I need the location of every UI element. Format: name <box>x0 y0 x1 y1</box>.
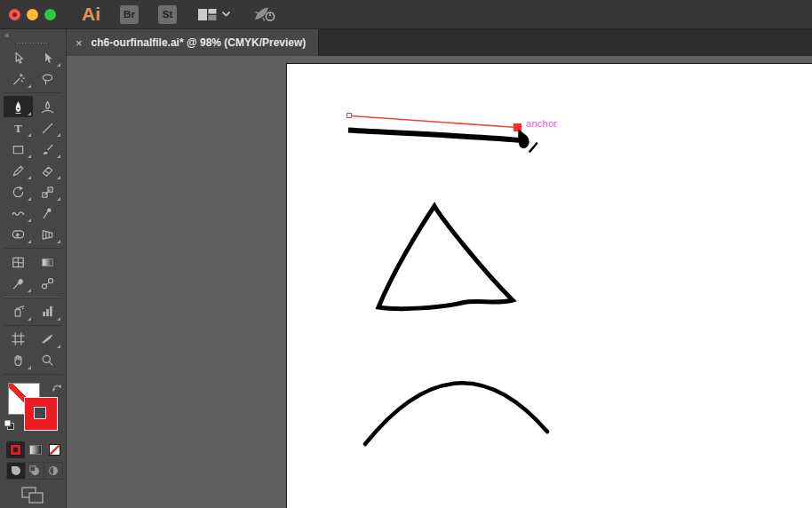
rectangle-tool-icon <box>11 142 26 157</box>
tool-selection[interactable] <box>4 47 33 68</box>
shape-builder-tool-icon <box>11 227 26 242</box>
gpu-rocket-icon <box>253 5 276 23</box>
tool-line-segment[interactable] <box>33 117 62 139</box>
tool-hand[interactable] <box>4 350 33 371</box>
stock-button[interactable]: St <box>158 5 177 24</box>
workspace-switcher-button[interactable] <box>198 8 230 21</box>
tool-shape-builder[interactable] <box>4 224 33 245</box>
tools-panel: « T <box>0 29 67 508</box>
tool-mesh[interactable] <box>4 251 33 273</box>
none-button[interactable] <box>45 441 64 458</box>
magic-wand-tool-icon <box>11 72 26 87</box>
tool-zoom[interactable] <box>33 350 62 371</box>
end-anchor-point[interactable] <box>513 123 521 131</box>
draw-behind-icon <box>29 465 40 476</box>
width-tool-icon <box>11 206 26 221</box>
zoom-window-button[interactable] <box>44 9 56 20</box>
draw-inside-button[interactable] <box>44 463 62 479</box>
puppet-warp-tool-icon <box>40 206 55 221</box>
chevron-down-icon <box>222 12 230 17</box>
tool-perspective-grid[interactable] <box>33 224 62 245</box>
curvature-tool-icon <box>40 99 55 115</box>
tool-eyedropper[interactable] <box>4 273 33 294</box>
paint-style-buttons <box>6 441 66 458</box>
tool-curvature[interactable] <box>33 96 62 117</box>
column-graph-tool-icon <box>40 304 55 319</box>
toolbar-divider <box>4 92 62 93</box>
drawing-mode-buttons <box>6 462 63 480</box>
tool-width[interactable] <box>4 202 33 224</box>
tool-direct-selection[interactable] <box>33 47 62 68</box>
tool-eraser[interactable] <box>33 160 62 181</box>
pencil-tool-icon <box>11 163 26 179</box>
symbol-sprayer-tool-icon <box>11 304 26 319</box>
tool-rotate[interactable] <box>4 181 33 202</box>
tool-blend[interactable] <box>33 273 62 294</box>
gradient-button[interactable] <box>26 441 44 458</box>
tab-close-icon[interactable]: × <box>76 37 83 49</box>
swap-fill-stroke-button[interactable] <box>52 381 63 397</box>
color-button[interactable] <box>6 441 25 458</box>
illustrator-logo: Ai <box>82 4 100 25</box>
gradient-swatch-icon <box>29 445 42 455</box>
toolbar-divider <box>4 374 62 375</box>
panel-grip-handle[interactable] <box>17 43 49 44</box>
svg-text:T: T <box>14 121 22 134</box>
stroke-swatch-red[interactable] <box>24 397 58 431</box>
change-screen-mode-button[interactable] <box>21 487 44 508</box>
hand-tool-icon <box>11 353 26 368</box>
default-swatches-icon <box>4 419 15 431</box>
tool-slice[interactable] <box>33 329 62 350</box>
default-fill-stroke-button[interactable] <box>4 418 15 434</box>
toolbar-divider <box>4 297 62 298</box>
swap-arrows-icon <box>52 382 63 393</box>
perspective-grid-tool-icon <box>40 227 55 242</box>
tool-column-graph[interactable] <box>33 301 62 322</box>
toolbar-divider <box>4 325 62 326</box>
tool-magic-wand[interactable] <box>4 68 33 90</box>
draw-normal-button[interactable] <box>7 463 26 479</box>
screen-mode-icon <box>21 487 44 504</box>
tool-artboard[interactable] <box>4 329 33 350</box>
tool-pencil[interactable] <box>4 160 33 181</box>
artboard-tool-icon <box>11 331 26 346</box>
minimize-window-button[interactable] <box>27 9 38 20</box>
tool-symbol-sprayer[interactable] <box>4 301 33 322</box>
close-window-button[interactable] <box>9 9 20 20</box>
tool-rectangle[interactable] <box>4 139 33 160</box>
bridge-button[interactable]: Br <box>120 5 139 24</box>
canvas-svg: anchor <box>67 56 812 508</box>
collapse-panel-button[interactable]: « <box>0 29 66 40</box>
canvas-area[interactable]: anchor <box>67 56 812 508</box>
draw-normal-icon <box>11 465 21 476</box>
document-tab[interactable]: × ch6-ourfinalfile.ai* @ 98% (CMYK/Previ… <box>67 29 319 56</box>
toolbar-divider <box>4 248 62 249</box>
tool-gradient[interactable] <box>33 251 62 273</box>
mesh-tool-icon <box>11 255 26 270</box>
draw-inside-icon <box>48 465 59 476</box>
document-tab-bar: × ch6-ourfinalfile.ai* @ 98% (CMYK/Previ… <box>67 29 812 56</box>
start-anchor-point[interactable] <box>347 114 352 118</box>
selection-tool-icon <box>11 51 26 66</box>
tool-type[interactable]: T <box>4 117 33 139</box>
gradient-tool-icon <box>40 255 55 270</box>
workspace-layout-icon <box>198 8 217 21</box>
illustrator-window: Ai Br St « <box>0 0 812 508</box>
lasso-tool-icon <box>40 72 55 87</box>
tool-lasso[interactable] <box>33 68 62 90</box>
tool-paintbrush[interactable] <box>33 139 62 160</box>
direct-selection-tool-icon <box>40 51 55 66</box>
gpu-performance-button[interactable] <box>253 5 276 23</box>
none-swatch-icon <box>49 444 60 456</box>
draw-behind-button[interactable] <box>26 463 44 479</box>
tool-scale[interactable] <box>33 181 62 202</box>
line-segment-tool-icon <box>40 121 55 136</box>
tool-pen[interactable] <box>4 96 33 117</box>
zoom-tool-icon <box>40 353 55 368</box>
tool-puppet-warp[interactable] <box>33 202 62 224</box>
scale-tool-icon <box>40 185 55 200</box>
rotate-tool-icon <box>11 185 26 200</box>
pen-tool-icon <box>11 99 26 115</box>
blend-tool-icon <box>40 276 55 291</box>
type-tool-icon: T <box>11 121 26 136</box>
